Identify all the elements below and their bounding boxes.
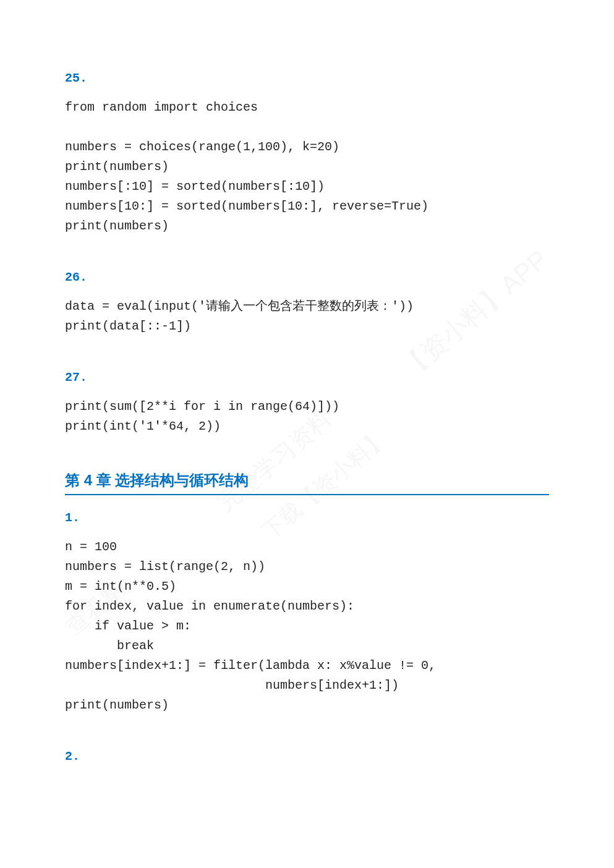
- code-block-27: print(sum([2**i for i in range(64)])) pr…: [65, 397, 549, 436]
- document-content: 25. from random import choices numbers =…: [0, 0, 614, 807]
- section-heading-27: 27.: [65, 370, 549, 385]
- section-heading-1: 1.: [65, 511, 549, 525]
- section-heading-26: 26.: [65, 270, 549, 284]
- code-block-26: data = eval(input('请输入一个包含若干整数的列表：')) pr…: [65, 297, 549, 336]
- code-block-25: from random import choices numbers = cho…: [65, 98, 549, 236]
- section-heading-2: 2.: [65, 749, 549, 764]
- code-block-1: n = 100 numbers = list(range(2, n)) m = …: [65, 537, 549, 715]
- section-heading-25: 25.: [65, 71, 549, 85]
- chapter-heading: 第 4 章 选择结构与循环结构: [65, 470, 549, 495]
